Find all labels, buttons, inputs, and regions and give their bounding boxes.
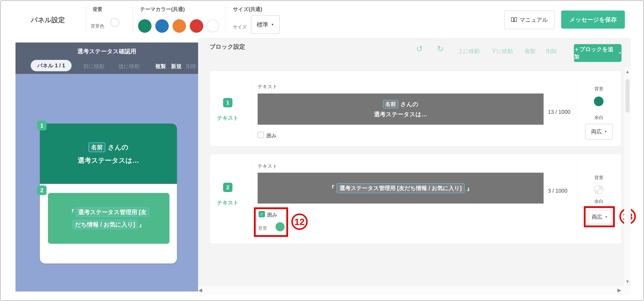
block-1-bg-color-swatch[interactable] [594, 96, 604, 106]
scroll-right-icon[interactable]: ▶ [618, 287, 621, 293]
redo-icon[interactable]: ↻ [437, 44, 444, 54]
app-window: パネル設定 背景 背景色 テーマカラー(共通) サイズ(共通) サイズ 標準 ▼… [0, 0, 644, 301]
block-2-margin-label: 余白 [594, 198, 604, 204]
block-2-bg-color-swatch-transparent[interactable] [594, 185, 603, 194]
chevron-down-icon: ▼ [604, 130, 607, 133]
undo-icon[interactable]: ↺ [416, 44, 423, 54]
block-2-outline-checkbox[interactable]: ✓ [258, 211, 265, 217]
panel-delete-button[interactable]: 削除 [186, 63, 196, 70]
divider [225, 6, 226, 32]
block-1-number-badge: 1 [223, 98, 232, 107]
check-icon: ✓ [260, 212, 264, 217]
preview-variable-tag-line1: 選考ステータス管理用 [友 [76, 208, 149, 217]
block-2-margin-value: 両広 [592, 214, 602, 221]
preview-close-quote: 』 [139, 220, 145, 229]
chevron-down-icon: ▼ [271, 23, 274, 26]
block-1-margin-value: 両広 [591, 128, 602, 136]
divider [132, 6, 133, 32]
variable-tag-name[interactable]: 名前 [383, 100, 398, 108]
add-block-button[interactable]: ＋ブロックを追加 ▼ [574, 44, 622, 62]
panel-pager-pill[interactable]: パネル 1 / 1 [31, 60, 72, 71]
panel-create-button[interactable]: 新規 [171, 63, 182, 70]
background-color-label: 背景色 [90, 23, 104, 29]
scroll-down-icon[interactable]: ▼ [624, 279, 631, 284]
save-message-label: メッセージを保存 [569, 16, 617, 24]
horizontal-scrollbar-track[interactable] [198, 286, 631, 294]
block-1-outline-label: 囲み [266, 132, 277, 139]
size-select[interactable]: 標準 ▼ [251, 15, 280, 34]
block-1-text-line1: さんの [400, 100, 418, 108]
panel-title: 選考ステータス確認用 [16, 47, 198, 55]
page-title: パネル設定 [31, 16, 65, 24]
preview-open-quote: 『 [68, 208, 74, 216]
size-select-value: 標準 [257, 20, 268, 28]
panel-move-next-button[interactable]: 後に移動 [118, 63, 140, 70]
block-2-outline-bg-swatch[interactable] [276, 222, 284, 231]
block-1-bg-label: 背景 [594, 86, 604, 92]
book-icon [511, 17, 517, 23]
size-section-label: サイズ(共通) [233, 6, 262, 13]
manual-button-label: マニュアル [520, 16, 548, 24]
save-message-button[interactable]: メッセージを保存 [561, 10, 625, 28]
preview-block-1[interactable]: 名前 さんの 選考ステータスは… [40, 124, 177, 184]
topbar: パネル設定 背景 背景色 テーマカラー(共通) サイズ(共通) サイズ 標準 ▼… [1, 1, 644, 38]
variable-tag-status[interactable]: 選考ステータス管理用 [友だち情報 / お気に入り] [336, 183, 465, 193]
block-2-type-label: テキスト [217, 199, 239, 206]
preview-block-1-line2: 選考ステータスは… [78, 156, 139, 165]
background-section-label: 背景 [93, 6, 102, 13]
block-1-text-line2: 選考ステータスは… [374, 110, 427, 118]
divider [253, 159, 253, 239]
panel-duplicate-button[interactable]: 複製 [155, 63, 166, 70]
block-1-text-field-label: テキスト [258, 84, 277, 90]
block-2-text-input[interactable]: 『 選考ステータス管理用 [友だち情報 / お気に入り] 』 [258, 173, 544, 204]
preview-variable-tag-line2: だち情報 / お気に入り] [72, 220, 138, 229]
divider [86, 6, 86, 32]
theme-color-green[interactable] [138, 19, 152, 33]
preview-variable-tag-name: 名前 [88, 142, 105, 152]
block-settings-title: ブロック設定 [210, 43, 245, 51]
block-2-number-badge: 2 [223, 183, 232, 192]
theme-color-red[interactable] [190, 19, 203, 33]
duplicate-block-button[interactable]: 複製 [525, 48, 536, 55]
theme-color-orange[interactable] [172, 19, 186, 33]
preview-block-2-box[interactable]: 『 選考ステータス管理用 [友 だち情報 / お気に入り] 』 [48, 193, 170, 244]
block-2-char-counter: 3 / 1000 [548, 188, 568, 194]
background-color-swatch[interactable] [110, 18, 119, 27]
block-2-text-field-label: テキスト [258, 163, 277, 170]
vertical-scrollbar-thumb[interactable] [626, 79, 630, 112]
preview-block-1-badge: 1 [37, 121, 46, 130]
size-field-label: サイズ [233, 24, 247, 30]
chevron-down-icon: ▼ [618, 52, 622, 55]
theme-color-label: テーマカラー(共通) [140, 6, 185, 13]
block-1-text-input[interactable]: 名前 さんの 選考ステータスは… [258, 94, 544, 125]
panel-move-prev-button[interactable]: 前に移動 [83, 63, 104, 70]
divider [576, 76, 577, 141]
divider [253, 76, 253, 141]
block-1-type-label: テキスト [217, 114, 239, 122]
manual-button[interactable]: マニュアル [504, 10, 554, 29]
block-2-bg-label: 背景 [594, 175, 604, 181]
add-block-label: ＋ブロックを追加 [574, 46, 616, 60]
theme-color-blue[interactable] [155, 19, 169, 33]
scroll-left-icon[interactable]: ◀ [198, 287, 202, 293]
annotation-circle-12: 12 [291, 214, 308, 230]
block-1-outline-checkbox[interactable] [258, 132, 264, 138]
delete-block-button[interactable]: 削除 [546, 48, 557, 55]
block-1-margin-select[interactable]: 両広 ▼ [585, 124, 613, 140]
preview-block-2-badge: 2 [37, 186, 46, 195]
divider [576, 159, 577, 239]
move-down-button[interactable]: 下に移動 [491, 48, 513, 55]
block-1-char-counter: 13 / 1000 [548, 109, 570, 115]
preview-block-1-line1: さんの [108, 143, 128, 152]
chevron-down-icon: ▼ [605, 216, 608, 218]
block-2-outline-label: 囲み [267, 212, 278, 218]
open-quote: 『 [328, 184, 335, 192]
scroll-up-icon[interactable]: ▲ [624, 69, 631, 74]
move-up-button[interactable]: 上に移動 [458, 48, 480, 55]
block-2-margin-select[interactable]: 両広 ▼ [588, 210, 611, 224]
block-2-outline-bg-label: 背景 [258, 225, 267, 231]
theme-color-white[interactable] [206, 20, 219, 32]
block-1-margin-label: 余白 [594, 114, 604, 121]
close-quote: 』 [466, 184, 473, 192]
